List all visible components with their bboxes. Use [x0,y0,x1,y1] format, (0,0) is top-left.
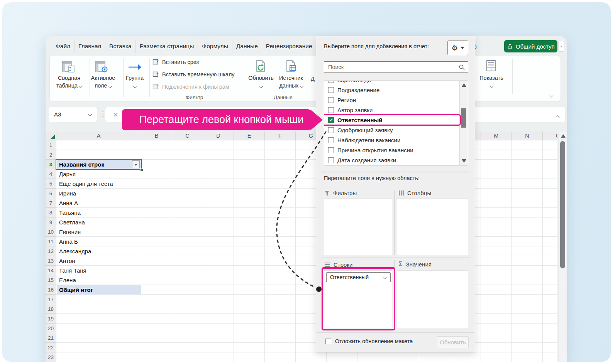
row-header-6[interactable]: 6 [46,189,56,198]
data-source-button[interactable]: Источник данных [275,74,307,89]
scroll-up-icon[interactable] [561,134,566,138]
cell-A14[interactable]: Таня Таня [57,266,141,275]
ribbon-collapse-button[interactable] [550,92,553,99]
field-checkbox[interactable] [328,127,334,133]
row-header-4[interactable]: 4 [46,169,56,179]
row-header-16[interactable]: 16 [46,285,56,295]
formula-bar-collapse-button[interactable] [556,114,559,121]
field-item-8[interactable]: Причина открытия вакансии [324,145,457,155]
panel-tools-button[interactable]: ⚙ [447,40,468,55]
cell-A12[interactable]: Александра [57,246,141,256]
field-item-3[interactable]: Регион [324,95,457,105]
tab-рецензирование[interactable]: Рецензирование [262,40,316,53]
cell-A10[interactable]: Евгения [57,227,141,237]
column-header-E[interactable]: E [234,131,265,140]
field-item-9[interactable]: Дата создания заявки [324,155,457,165]
row-header-3[interactable]: 3 [46,160,56,169]
cell-A5[interactable]: Еще один для теста [57,179,141,189]
cell-A11[interactable]: Анна Б [57,237,141,246]
row-header-10[interactable]: 10 [46,227,56,237]
search-input[interactable] [328,62,456,72]
filters-drop-area[interactable] [324,198,392,255]
row-header-9[interactable]: 9 [46,217,56,227]
cell-A4[interactable]: Дарья [57,169,141,179]
scroll-up-icon[interactable] [462,83,466,87]
insert-slicer-button[interactable]: Вставить срез [152,59,199,66]
field-list-scrollbar[interactable] [459,81,468,165]
row-header-20[interactable]: 20 [46,324,56,333]
column-header-N[interactable]: N [512,131,543,140]
field-checkbox[interactable] [328,87,334,93]
cell-A9[interactable]: Светлана [57,217,141,227]
defer-layout-checkbox[interactable] [325,339,331,344]
field-checkbox[interactable] [328,137,334,143]
row-header-12[interactable]: 12 [46,246,56,256]
field-checkbox-checked[interactable] [328,117,334,123]
field-checkbox[interactable] [328,157,334,163]
row-header-15[interactable]: 15 [46,275,56,285]
field-item-1[interactable]: Зарплата до [324,81,457,85]
fill-handle[interactable] [140,169,143,172]
scrollbar-thumb[interactable] [560,141,565,268]
field-search-box[interactable] [324,61,468,72]
column-header-C[interactable]: C [172,131,203,140]
row-header-7[interactable]: 7 [46,198,56,208]
tab-вставка[interactable]: Вставка [105,40,135,53]
pivot-filter-dropdown-button[interactable] [132,160,140,168]
cell-A7[interactable]: Анна А [57,198,141,208]
insert-timeline-button[interactable]: Вставить временную шкалу [152,71,235,78]
cell-A13[interactable]: Антон [57,256,141,266]
row-header-17[interactable]: 17 [46,295,56,304]
spreadsheet-grid[interactable]: ABCDEFGHIJKLMNO123Названия строк4Дарья5Е… [46,131,557,362]
tab-формулы[interactable]: Формулы [198,40,232,53]
field-item-2[interactable]: Подразделение [324,85,457,95]
select-all-corner[interactable] [46,131,56,140]
name-box[interactable]: A3 [49,107,97,122]
row-header-2[interactable]: 2 [46,150,56,160]
refresh-button[interactable]: Обновить [245,74,277,89]
pivot-table-button[interactable]: Сводная таблица [53,74,85,89]
values-drop-area[interactable] [397,270,468,328]
tab-данные[interactable]: Данные [232,40,262,53]
field-checkbox[interactable] [328,81,334,83]
row-header-23[interactable]: 23 [46,352,56,362]
field-checkbox[interactable] [328,97,334,103]
row-header-18[interactable]: 18 [46,304,56,314]
rows-field-pill[interactable]: Ответственный [326,272,391,282]
row-header-19[interactable]: 19 [46,314,56,324]
row-header-5[interactable]: 5 [46,179,56,189]
row-header-11[interactable]: 11 [46,237,56,246]
scrollbar-thumb[interactable] [461,108,466,128]
tab-разметка-страницы[interactable]: Разметка страницы [135,40,198,53]
scroll-down-icon[interactable] [462,159,466,163]
show-button[interactable]: Показать [472,74,511,89]
active-field-button[interactable]: Активное поле [87,74,119,89]
column-header-O[interactable]: O [543,131,557,140]
cell-A6[interactable]: Ирина [57,189,141,198]
row-header-22[interactable]: 22 [46,343,56,352]
column-header-M[interactable]: M [481,131,512,140]
field-checkbox[interactable] [328,147,334,153]
formula-bar-grip[interactable]: ⋮ [100,110,106,118]
column-header-B[interactable]: B [141,131,172,140]
field-item-5[interactable]: Ответственный [324,115,457,125]
cancel-icon[interactable]: × [113,110,118,120]
field-list[interactable]: Зарплата доПодразделениеРегионАвтор заяв… [324,81,468,165]
field-item-4[interactable]: Автор заявки [324,105,457,115]
column-header-F[interactable]: F [265,131,296,140]
column-header-D[interactable]: D [203,131,234,140]
tab-главная[interactable]: Главная [74,40,105,53]
columns-drop-area[interactable] [397,198,468,255]
vertical-scrollbar[interactable] [559,131,567,362]
row-header-8[interactable]: 8 [46,208,56,217]
share-button[interactable]: Общий доступ [504,40,557,52]
field-checkbox[interactable] [328,107,334,113]
row-header-14[interactable]: 14 [46,266,56,275]
cell-A15[interactable]: Елена [57,275,141,285]
defer-layout-option[interactable]: Отложить обновление макета [325,338,413,344]
column-header-A[interactable]: A [56,131,141,140]
row-header-13[interactable]: 13 [46,256,56,266]
field-item-7[interactable]: Наблюдатели вакансии [324,135,457,145]
row-header-21[interactable]: 21 [46,333,56,343]
ribbon-overflow-button[interactable]: › [558,41,564,52]
